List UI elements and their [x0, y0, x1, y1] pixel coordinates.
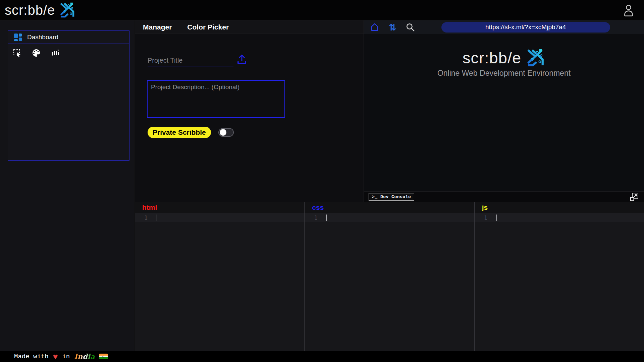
color-palette-tool[interactable]	[32, 48, 41, 58]
sidebar-tools	[8, 44, 129, 58]
html-editor: html 1	[135, 202, 304, 351]
css-editor-body[interactable]	[305, 222, 474, 351]
left-sidebar: Dashboard	[0, 20, 135, 351]
select-area-tool[interactable]	[13, 48, 22, 58]
js-text-caret	[496, 215, 497, 221]
preview-brand-x-icon	[525, 48, 545, 67]
dev-console-button[interactable]: >_ Dev Console	[369, 193, 414, 201]
home-icon	[369, 22, 380, 33]
brand-text: scr:bb/e	[5, 3, 55, 18]
preview-toolbar: ⇅ https://sl-x.ml/?x=xcMjpb7a4	[364, 20, 644, 34]
footer-made-with: Made with	[14, 353, 49, 360]
footer-bar: Made with ♥ in India	[0, 351, 644, 362]
preview-logo: scr:bb/e	[463, 48, 545, 67]
brand-x-icon	[58, 2, 76, 18]
html-line-number: 1	[135, 215, 148, 221]
html-editor-body[interactable]	[135, 222, 304, 351]
preview-tagline: Online Web Development Environment	[364, 69, 644, 78]
app-logo: scr:bb/e	[5, 2, 76, 18]
dashboard-header[interactable]: Dashboard	[8, 31, 129, 44]
code-editors: html 1 css 1 js 1	[135, 202, 644, 351]
dashboard-grid-icon	[13, 33, 22, 42]
html-text-caret	[157, 215, 157, 221]
private-scribble-toggle[interactable]	[218, 128, 234, 137]
preview-brand-text: scr:bb/e	[463, 49, 521, 67]
refresh-button[interactable]: ⇅	[389, 23, 396, 32]
footer-in: in	[62, 353, 70, 360]
tab-color-picker[interactable]: Color Picker	[187, 23, 229, 31]
private-scribble-row: Private Scribble	[148, 127, 234, 138]
html-editor-header: html	[135, 202, 304, 213]
toggle-knob	[220, 129, 226, 136]
preview-panel: ⇅ https://sl-x.ml/?x=xcMjpb7a4 scr:bb/e …	[364, 20, 644, 202]
upload-button[interactable]	[235, 52, 248, 67]
refresh-icon: ⇅	[389, 23, 396, 32]
css-text-caret	[326, 215, 327, 221]
html-editor-label: html	[142, 203, 157, 212]
project-description-textarea[interactable]	[147, 80, 285, 118]
top-bar: scr:bb/e	[0, 0, 644, 20]
search-icon	[405, 22, 415, 32]
url-bar[interactable]: https://sl-x.ml/?x=xcMjpb7a4	[441, 22, 610, 33]
home-button[interactable]	[369, 22, 380, 33]
dashboard-label: Dashboard	[27, 34, 58, 41]
india-flag-icon	[99, 354, 108, 359]
person-icon	[622, 3, 635, 17]
manager-tabs: Manager Color Picker	[135, 20, 364, 34]
select-area-icon	[13, 48, 22, 58]
css-editor: css 1	[304, 202, 474, 351]
dev-console-bar: >_ Dev Console	[364, 191, 644, 202]
js-line-number: 1	[475, 215, 487, 221]
dashboard-panel: Dashboard	[8, 31, 129, 161]
js-editor-label: js	[482, 203, 488, 212]
js-editor-header: js	[475, 202, 644, 213]
sliders-icon	[50, 48, 60, 58]
js-editor-body[interactable]	[475, 222, 644, 351]
css-editor-header: css	[305, 202, 474, 213]
user-account-button[interactable]	[622, 3, 635, 17]
html-active-line[interactable]: 1	[135, 213, 304, 222]
expand-preview-button[interactable]	[629, 192, 639, 202]
css-active-line[interactable]: 1	[305, 213, 474, 222]
expand-icon	[629, 192, 639, 202]
footer-country: India	[74, 352, 95, 361]
upload-icon	[235, 52, 248, 65]
heart-icon: ♥	[53, 352, 58, 361]
manager-panel: Manager Color Picker Private Scribble	[135, 20, 364, 202]
js-active-line[interactable]: 1	[475, 213, 644, 222]
css-editor-label: css	[312, 203, 324, 212]
sliders-tool[interactable]	[50, 48, 60, 58]
palette-icon	[32, 48, 41, 58]
search-button[interactable]	[405, 22, 415, 32]
private-scribble-label: Private Scribble	[148, 127, 211, 138]
css-line-number: 1	[305, 215, 317, 221]
project-title-input[interactable]	[148, 55, 233, 66]
preview-content: scr:bb/e Online Web Development Environm…	[364, 34, 644, 78]
js-editor: js 1	[474, 202, 644, 351]
tab-manager[interactable]: Manager	[143, 23, 172, 31]
